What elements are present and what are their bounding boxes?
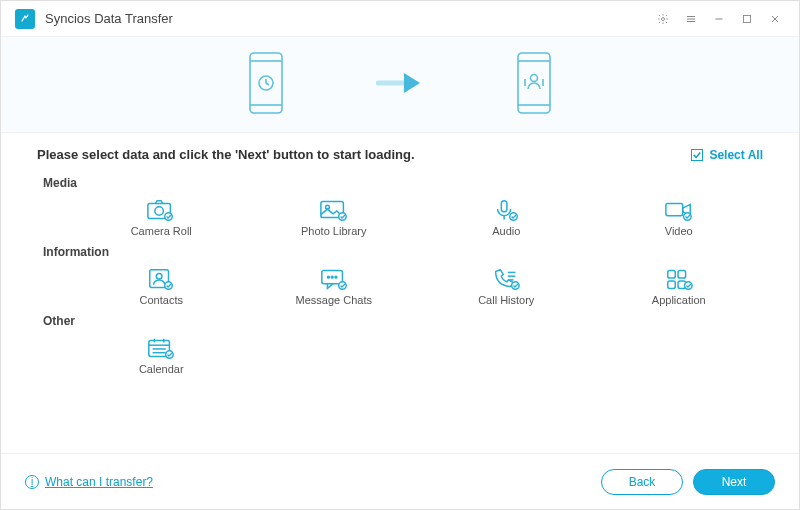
info-icon: i	[25, 475, 39, 489]
item-label: Call History	[478, 294, 534, 306]
call-history-icon	[491, 267, 521, 291]
item-label: Camera Roll	[131, 225, 192, 237]
item-label: Audio	[492, 225, 520, 237]
item-label: Photo Library	[301, 225, 366, 237]
app-logo-icon	[15, 9, 35, 29]
item-audio[interactable]: Audio	[422, 194, 591, 239]
svg-rect-41	[668, 271, 676, 279]
svg-point-34	[331, 276, 333, 278]
photo-library-icon	[319, 198, 349, 222]
transfer-arrow-icon	[376, 69, 424, 101]
svg-rect-43	[668, 281, 676, 289]
svg-rect-5	[744, 15, 751, 22]
target-device-icon	[514, 51, 554, 119]
checkbox-icon	[691, 149, 703, 161]
video-icon	[664, 198, 694, 222]
item-contacts[interactable]: Contacts	[77, 263, 246, 308]
svg-point-20	[165, 213, 173, 221]
other-grid: Calendar	[37, 332, 763, 377]
close-icon[interactable]	[761, 5, 789, 33]
svg-point-28	[683, 213, 691, 221]
camera-roll-icon	[146, 198, 176, 222]
help-link-label: What can I transfer?	[45, 475, 153, 489]
transfer-diagram	[1, 37, 799, 133]
svg-point-40	[512, 282, 520, 290]
item-photo-library[interactable]: Photo Library	[250, 194, 419, 239]
svg-point-52	[166, 351, 174, 359]
item-calendar[interactable]: Calendar	[77, 332, 246, 377]
information-grid: Contacts Message Chats Call History Appl…	[37, 263, 763, 308]
section-information-title: Information	[43, 245, 763, 259]
section-other-title: Other	[43, 314, 763, 328]
audio-icon	[491, 198, 521, 222]
minimize-icon[interactable]	[705, 5, 733, 33]
svg-point-35	[335, 276, 337, 278]
item-message-chats[interactable]: Message Chats	[250, 263, 419, 308]
menu-icon[interactable]	[677, 5, 705, 33]
item-label: Application	[652, 294, 706, 306]
svg-point-19	[155, 207, 163, 215]
media-grid: Camera Roll Photo Library Audio Video	[37, 194, 763, 239]
svg-point-26	[510, 213, 518, 221]
instruction-text: Please select data and click the 'Next' …	[37, 147, 415, 162]
select-all-checkbox[interactable]: Select All	[691, 148, 763, 162]
back-button[interactable]: Back	[601, 469, 683, 495]
application-icon	[664, 267, 694, 291]
svg-rect-42	[678, 271, 686, 279]
item-label: Message Chats	[296, 294, 372, 306]
next-button[interactable]: Next	[693, 469, 775, 495]
svg-rect-27	[666, 203, 683, 215]
settings-icon[interactable]	[649, 5, 677, 33]
svg-rect-24	[502, 201, 508, 212]
title-bar: Syncios Data Transfer	[1, 1, 799, 37]
item-label: Video	[665, 225, 693, 237]
svg-point-30	[157, 273, 163, 279]
svg-point-31	[165, 282, 173, 290]
item-application[interactable]: Application	[595, 263, 764, 308]
svg-point-23	[338, 213, 346, 221]
svg-point-36	[338, 282, 346, 290]
source-device-icon	[246, 51, 286, 119]
svg-point-33	[327, 276, 329, 278]
maximize-icon[interactable]	[733, 5, 761, 33]
calendar-icon	[146, 336, 176, 360]
help-link[interactable]: i What can I transfer?	[25, 475, 153, 489]
item-camera-roll[interactable]: Camera Roll	[77, 194, 246, 239]
item-call-history[interactable]: Call History	[422, 263, 591, 308]
message-chats-icon	[319, 267, 349, 291]
svg-point-45	[684, 282, 692, 290]
svg-point-0	[662, 17, 665, 20]
item-label: Contacts	[140, 294, 183, 306]
item-label: Calendar	[139, 363, 184, 375]
select-all-label: Select All	[709, 148, 763, 162]
contacts-icon	[146, 267, 176, 291]
section-media-title: Media	[43, 176, 763, 190]
svg-point-15	[531, 74, 538, 81]
data-selection-panel: Please select data and click the 'Next' …	[1, 133, 799, 453]
app-title: Syncios Data Transfer	[45, 11, 173, 26]
app-window: Syncios Data Transfer	[0, 0, 800, 510]
footer-bar: i What can I transfer? Back Next	[1, 453, 799, 509]
item-video[interactable]: Video	[595, 194, 764, 239]
